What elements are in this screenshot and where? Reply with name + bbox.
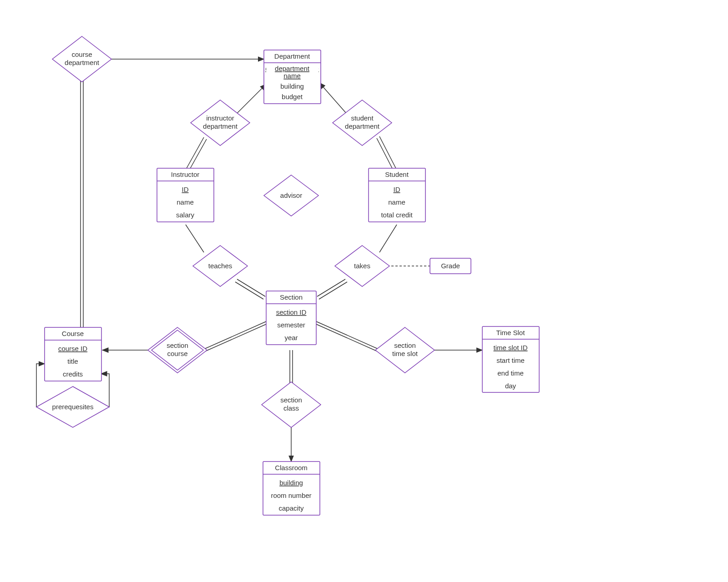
svg-text:class: class — [283, 404, 299, 412]
rel-section-class: section class — [262, 382, 321, 427]
svg-text:ID: ID — [394, 186, 400, 193]
svg-text:Department: Department — [274, 52, 310, 60]
svg-text:teaches: teaches — [208, 262, 233, 270]
svg-text:advisor: advisor — [280, 191, 302, 199]
rel-section-timeslot: section time slot — [375, 327, 435, 373]
svg-text:year: year — [284, 334, 298, 341]
svg-text:semester: semester — [277, 321, 305, 329]
svg-text:day: day — [505, 382, 516, 390]
entity-grade: Grade — [430, 258, 471, 274]
rel-prerequisites: prerequesites — [36, 386, 109, 427]
svg-text:prerequesites: prerequesites — [52, 403, 94, 411]
entity-classroom: Classroom building room number capacity — [263, 462, 320, 515]
svg-text:building: building — [280, 82, 304, 90]
svg-text:course ID: course ID — [58, 345, 87, 352]
svg-text:title: title — [67, 357, 78, 365]
svg-text:Course: Course — [62, 330, 84, 337]
svg-text:student: student — [351, 114, 374, 122]
svg-text:building: building — [279, 479, 303, 487]
svg-text:ID: ID — [182, 186, 189, 193]
rel-course-department: course department — [52, 36, 111, 82]
entity-course: Course course ID title credits — [45, 327, 101, 381]
svg-text:course: course — [167, 350, 187, 357]
svg-text:department: department — [345, 122, 380, 130]
entity-timeslot: Time Slot time slot ID start time end ti… — [482, 326, 539, 392]
rel-instructor-department: instructor department — [191, 100, 250, 146]
svg-text:takes: takes — [354, 262, 370, 270]
svg-text:Time Slot: Time Slot — [496, 329, 526, 336]
entity-student: Student ID name total credit — [369, 168, 425, 222]
svg-text:name: name — [388, 198, 405, 206]
svg-text:department: department — [275, 65, 310, 72]
svg-text:Instructor: Instructor — [171, 171, 200, 178]
svg-text:total credit: total credit — [381, 211, 413, 219]
svg-text:course: course — [71, 50, 92, 58]
svg-text:time slot: time slot — [392, 350, 418, 357]
svg-text:section: section — [280, 396, 302, 404]
svg-text:salary: salary — [176, 211, 195, 219]
svg-text:time slot ID: time slot ID — [493, 344, 527, 351]
svg-text:end time: end time — [497, 369, 524, 377]
svg-text:capacity: capacity — [278, 504, 304, 512]
svg-text:room number: room number — [271, 492, 311, 499]
svg-text:Grade: Grade — [441, 262, 460, 270]
rel-advisor: advisor — [264, 175, 318, 216]
svg-text:section: section — [167, 341, 188, 349]
svg-text:Student: Student — [385, 171, 409, 178]
svg-text:budget: budget — [282, 93, 303, 100]
svg-text:section ID: section ID — [276, 308, 307, 316]
svg-text:department: department — [203, 122, 238, 130]
entity-instructor: Instructor ID name salary — [157, 168, 214, 222]
rel-student-department: student department — [333, 100, 392, 146]
svg-text:section: section — [394, 341, 416, 349]
svg-text:name: name — [177, 198, 194, 206]
svg-text:department: department — [65, 59, 100, 66]
entity-section: Section section ID semester year — [266, 291, 316, 345]
svg-text:name: name — [283, 72, 301, 80]
svg-text:Classroom: Classroom — [275, 464, 308, 472]
svg-text:Section: Section — [280, 293, 303, 301]
svg-text:credits: credits — [63, 370, 83, 378]
svg-text:instructor: instructor — [206, 114, 234, 122]
rel-section-course: section course — [148, 327, 207, 373]
svg-text:start time: start time — [496, 356, 525, 364]
